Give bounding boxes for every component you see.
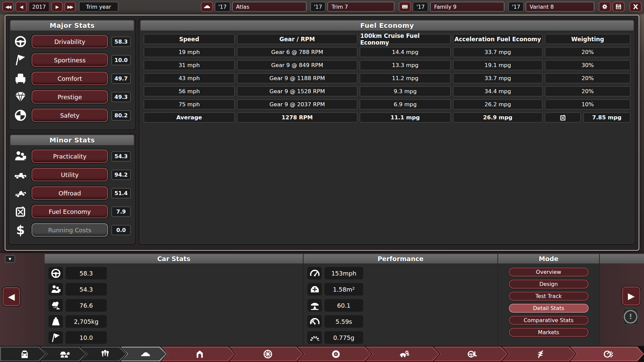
- stat-row: Prestige 49.3: [9, 88, 135, 106]
- cell-speed: 75 mph: [144, 99, 235, 110]
- engine-family-button[interactable]: [399, 2, 411, 12]
- diamond-icon: [13, 90, 28, 104]
- performance-cell-value: 0.775g: [324, 331, 364, 344]
- tab-test-results[interactable]: [570, 347, 644, 361]
- stat-button[interactable]: Drivability: [32, 35, 108, 48]
- car-stats-panel: 58.3 54.3 76.6 2,705kg: [45, 263, 304, 345]
- mode-button[interactable]: Markets: [509, 328, 589, 337]
- year-value: 2017: [29, 2, 50, 12]
- car-icon: [203, 3, 211, 10]
- engine-pistons-icon: [100, 349, 110, 359]
- cell-average-label: Average: [144, 112, 235, 123]
- stat-cell: 2,705kg: [48, 315, 300, 328]
- year-next-button[interactable]: ▶: [51, 2, 63, 12]
- right-header-spacer: [600, 254, 644, 263]
- stat-row: Fuel Economy 7.9: [9, 202, 135, 221]
- car-model-button[interactable]: [201, 2, 213, 12]
- tab-body[interactable]: [40, 347, 86, 361]
- suspension-spring-icon: [535, 349, 546, 359]
- stat-button[interactable]: Sportiness: [32, 53, 108, 67]
- stat-value: 49.3: [111, 92, 131, 102]
- checkered-flag-icon: [13, 53, 28, 67]
- stat-button[interactable]: Comfort: [32, 72, 108, 85]
- stat-cell-value: 10.0: [65, 331, 107, 344]
- trim-name-field[interactable]: Trim 7: [327, 2, 394, 12]
- detail-stats-window: Major Stats Drivability 58.3 Sportiness …: [5, 15, 639, 251]
- stat-button[interactable]: Utility: [32, 168, 108, 181]
- mode-button[interactable]: Test Track: [509, 292, 589, 301]
- cell-speed: 19 mph: [144, 47, 235, 57]
- performance-cell: 0.775g: [307, 331, 494, 344]
- stat-cell-value: 54.3: [65, 283, 107, 296]
- stat-cell: 54.3: [48, 283, 300, 296]
- tab-rims[interactable]: [229, 347, 303, 361]
- pickup-truck-icon: [13, 168, 28, 182]
- stat-button[interactable]: Safety: [32, 109, 108, 122]
- checkered-flag-icon: [48, 331, 63, 344]
- cell-average-cruise: 11.1 mpg: [360, 112, 451, 123]
- performance-cell-value: 5.59s: [324, 315, 364, 328]
- stat-button[interactable]: Practicality: [32, 149, 108, 163]
- car-name-field[interactable]: Atlas: [232, 2, 307, 12]
- cell-weighting: 20%: [545, 73, 631, 83]
- variant-name-field[interactable]: Variant 8: [526, 2, 594, 12]
- cell-cruise: 13.3 mpg: [360, 60, 451, 70]
- stat-value: 51.4: [111, 188, 131, 198]
- rim-icon: [263, 349, 273, 359]
- cell-cruise: 6.9 mpg: [360, 99, 451, 110]
- alerts-button[interactable]: !: [623, 308, 639, 325]
- mode-panel: Overview Design Test Track Detail Stats …: [498, 263, 600, 345]
- car-side-icon: [140, 349, 151, 359]
- chassis-icon: [195, 349, 205, 359]
- performance-cell: 1.58m²: [307, 283, 494, 296]
- safety-roundel-icon: [13, 108, 28, 122]
- stat-button[interactable]: Running Costs: [32, 223, 108, 237]
- tab-chassis[interactable]: [161, 347, 235, 361]
- mode-button[interactable]: Detail Stats: [509, 304, 589, 313]
- tab-suspension[interactable]: [502, 347, 576, 361]
- acceleration-gauge-icon: [307, 315, 322, 328]
- mode-button[interactable]: Comparative Stats: [509, 316, 589, 325]
- stat-row: Safety 80.2: [9, 106, 135, 125]
- stat-button[interactable]: Offroad: [32, 186, 108, 200]
- steering-wheel-icon: [13, 35, 28, 49]
- performance-cell-value: 60.1: [324, 299, 364, 312]
- tab-trim[interactable]: [121, 347, 167, 361]
- next-page-button[interactable]: ▶: [622, 287, 640, 305]
- collapse-panel-button[interactable]: ▼: [5, 255, 15, 263]
- car-front-icon: [19, 349, 30, 359]
- mode-button[interactable]: Design: [509, 280, 589, 289]
- year-prev-button[interactable]: ◀: [15, 2, 27, 12]
- tab-model[interactable]: [0, 347, 46, 361]
- tab-engine[interactable]: [80, 347, 126, 361]
- cell-weighting: 10%: [545, 99, 631, 110]
- year-last-button[interactable]: ▶▶: [64, 2, 76, 12]
- engine-family-field[interactable]: Family 9: [430, 2, 504, 12]
- cell-weighting: 20%: [545, 47, 631, 57]
- cell-gear-rpm: Gear 9 @ 2037 RPM: [237, 99, 358, 110]
- tab-drivetrain[interactable]: [366, 347, 439, 361]
- stat-value: 80.2: [111, 110, 131, 121]
- settings-button[interactable]: [599, 2, 611, 12]
- stat-button[interactable]: Prestige: [32, 90, 108, 104]
- mode-button-list: Overview Design Test Track Detail Stats …: [498, 263, 599, 337]
- cell-speed: 43 mph: [144, 73, 235, 83]
- stat-value: 0.0: [111, 225, 131, 235]
- stat-button[interactable]: Fuel Economy: [32, 205, 108, 218]
- save-button[interactable]: [612, 2, 625, 12]
- tab-tires[interactable]: [298, 347, 371, 361]
- stat-row: Running Costs 0.0: [9, 221, 135, 239]
- tab-driver-aids[interactable]: [434, 347, 507, 361]
- variant-year-badge: '17: [508, 2, 524, 12]
- top-bar: ◀◀ ◀ 2017 ▶ ▶▶ Trim year '17 Atlas '17 T…: [0, 0, 644, 13]
- mode-button[interactable]: Overview: [509, 267, 589, 277]
- trim-year-badge: '17: [310, 2, 326, 12]
- cell-weighting: 20%: [545, 86, 631, 97]
- cell-cruise: 11.2 mpg: [360, 73, 451, 83]
- year-first-button[interactable]: ◀◀: [2, 2, 14, 12]
- prev-page-button[interactable]: ◀: [3, 287, 20, 306]
- exclamation-icon: !: [624, 310, 637, 323]
- cell-gear-rpm: Gear 9 @ 1188 RPM: [237, 73, 358, 83]
- close-button[interactable]: X: [630, 2, 642, 12]
- jerrycan-icon: [559, 114, 567, 122]
